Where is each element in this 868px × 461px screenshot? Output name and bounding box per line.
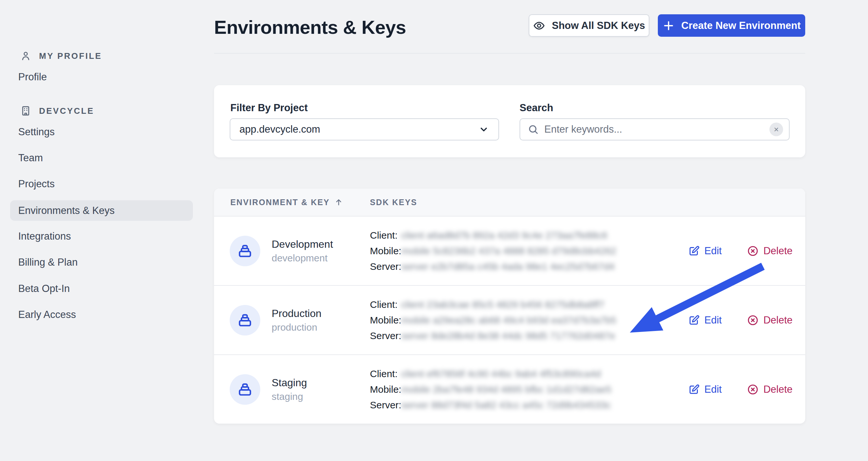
project-select-value: app.devcycle.com: [240, 124, 478, 135]
sidebar-item-early-access[interactable]: Early Access: [18, 305, 76, 325]
user-icon: [20, 51, 31, 61]
sdk-key-masked: mobile 5c8236b2 437a 4888 8285 d79d8cbb4…: [401, 245, 617, 256]
show-all-sdk-keys-button[interactable]: Show All SDK Keys: [529, 14, 649, 37]
delete-circle-x-icon: [747, 384, 759, 395]
edit-pencil-icon: [688, 245, 700, 257]
edit-pencil-icon: [688, 315, 700, 326]
environment-name: Staging: [272, 377, 307, 389]
table-header-row: ENVIRONMENT & KEY SDK KEYS: [214, 189, 805, 217]
sdk-key-masked: server 8de28b4d 8e38 44dc 98d5 717762d04…: [401, 330, 615, 341]
sidebar-item-label: Environments & Keys: [18, 200, 193, 221]
sdk-key-masked: client ef67856f 4c90 44bc 9ab4 4f53c890c…: [401, 368, 601, 379]
search-box: ×: [520, 118, 789, 140]
eye-icon: [533, 20, 545, 32]
sidebar-item-integrations[interactable]: Integrations: [18, 226, 71, 246]
delete-label: Delete: [763, 245, 793, 257]
sdk-key-label: Mobile:: [370, 312, 401, 328]
environments-table: ENVIRONMENT & KEY SDK KEYS: [214, 189, 805, 424]
edit-label: Edit: [704, 315, 722, 326]
sidebar-item-environments-keys[interactable]: Environments & Keys: [10, 200, 193, 221]
sort-ascending-icon[interactable]: [334, 198, 343, 207]
sidebar-item-profile[interactable]: Profile: [18, 67, 47, 87]
environment-row-staging: Staging staging Client:client ef67856f 4…: [214, 354, 805, 424]
create-new-environment-label: Create New Environment: [681, 20, 801, 32]
plus-icon: [662, 20, 675, 32]
delete-label: Delete: [763, 384, 793, 395]
environment-stack-icon: [237, 243, 253, 259]
sdk-key-masked: client a6ad8d7b 892a 42d3 9c4e 273aa7fe8…: [401, 230, 608, 240]
environment-stack-icon: [237, 381, 253, 398]
delete-circle-x-icon: [747, 245, 759, 257]
environment-badge: [230, 305, 260, 335]
column-environment-key[interactable]: ENVIRONMENT & KEY: [230, 198, 330, 207]
delete-button[interactable]: Delete: [747, 384, 793, 395]
environment-row-development: Development development Client:client a6…: [214, 217, 805, 285]
environment-key: production: [272, 322, 321, 333]
show-all-sdk-keys-label: Show All SDK Keys: [552, 20, 645, 32]
environment-row-production: Production production Client:client 23ab…: [214, 285, 805, 354]
environment-name: Development: [272, 238, 333, 250]
delete-button[interactable]: Delete: [747, 315, 793, 326]
environment-name: Production: [272, 307, 321, 320]
chevron-down-icon: [478, 124, 489, 135]
project-select[interactable]: app.devcycle.com: [230, 118, 499, 140]
sdk-key-label: Client:: [370, 366, 401, 382]
sidebar-item-billing-plan[interactable]: Billing & Plan: [18, 252, 78, 272]
sdk-key-label: Server:: [370, 259, 401, 274]
sidebar-item-team[interactable]: Team: [18, 148, 43, 168]
table-body: Development development Client:client a6…: [214, 217, 805, 424]
edit-pencil-icon: [688, 384, 700, 395]
filter-by-project-label: Filter By Project: [230, 102, 308, 114]
delete-circle-x-icon: [747, 315, 759, 326]
sdk-key-label: Mobile:: [370, 382, 401, 397]
sidebar-item-settings[interactable]: Settings: [18, 122, 55, 142]
environment-badge: [230, 374, 260, 405]
sdk-key-masked: server 88d73f4d 5a82 43cc a45c 72d9b4345…: [401, 400, 611, 410]
delete-label: Delete: [763, 315, 793, 326]
header-divider: [214, 53, 805, 54]
page-title: Environments & Keys: [214, 16, 406, 38]
environment-badge: [230, 236, 260, 266]
delete-button[interactable]: Delete: [747, 245, 793, 257]
environment-key: development: [272, 253, 333, 264]
sidebar-section-label: MY PROFILE: [39, 51, 102, 61]
sdk-key-label: Server:: [370, 328, 401, 343]
sdk-key-masked: mobile a29ea28c ab68 49c4 b93d ea37d7b3a…: [401, 315, 617, 325]
sdk-key-masked: server e2b7d85a c45b 4ada 98e1 4ec25d7b6…: [401, 261, 615, 272]
sdk-key-label: Client:: [370, 228, 401, 243]
edit-label: Edit: [704, 245, 722, 257]
sdk-key-label: Server:: [370, 397, 401, 413]
sdk-key-label: Client:: [370, 297, 401, 312]
edit-button[interactable]: Edit: [688, 245, 722, 257]
sdk-key-masked: mobile 2ba7fe48 934d 4895 bfbc 1d1d27d82…: [401, 384, 612, 395]
sdk-key-label: Mobile:: [370, 243, 401, 259]
sidebar-item-beta-opt-in[interactable]: Beta Opt-In: [18, 278, 70, 299]
edit-label: Edit: [704, 384, 722, 395]
environment-key: staging: [272, 391, 307, 402]
create-new-environment-button[interactable]: Create New Environment: [658, 14, 805, 37]
column-sdk-keys: SDK KEYS: [370, 198, 417, 207]
search-input[interactable]: [544, 124, 764, 135]
sidebar: MY PROFILE Profile DEVCYCLE Settings Tea…: [0, 0, 195, 461]
sidebar-section-my-profile: MY PROFILE: [20, 51, 102, 61]
building-icon: [20, 105, 31, 117]
sidebar-item-projects[interactable]: Projects: [18, 174, 55, 194]
search-icon: [527, 124, 539, 135]
search-label: Search: [520, 102, 553, 114]
sidebar-section-devcycle: DEVCYCLE: [20, 105, 94, 117]
clear-search-button[interactable]: ×: [769, 123, 783, 136]
sidebar-section-label: DEVCYCLE: [39, 106, 94, 116]
sdk-key-masked: client 23ab3cae 85c5 4829 b456 8275db8a8…: [401, 299, 604, 310]
edit-button[interactable]: Edit: [688, 315, 722, 326]
filter-card: Filter By Project app.devcycle.com Searc…: [214, 85, 805, 157]
environment-stack-icon: [237, 312, 253, 328]
edit-button[interactable]: Edit: [688, 384, 722, 395]
